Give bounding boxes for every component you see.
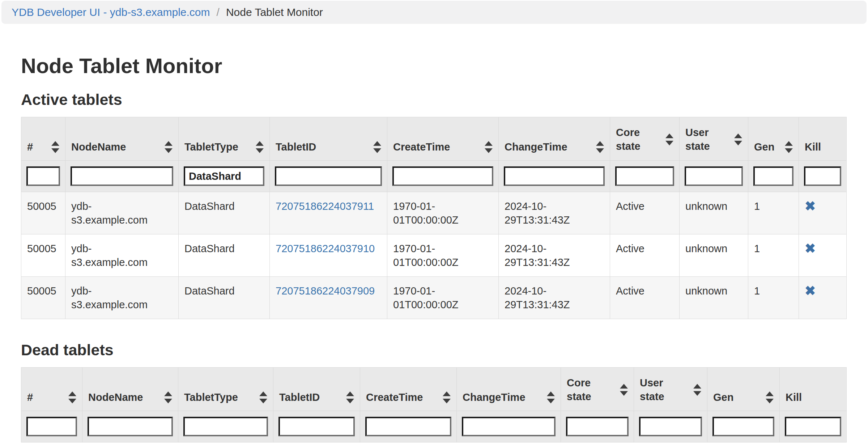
kill-icon[interactable]: ✖ [805, 199, 816, 213]
sort-icon [620, 384, 628, 396]
active-filter-tabletid-input[interactable] [275, 166, 382, 186]
col-header-corestate[interactable]: Core state [561, 368, 634, 411]
col-header-tablettype-label: TabletType [184, 141, 238, 153]
cell-corestate: Active [610, 234, 680, 277]
col-header-corestate-label: Core state [567, 376, 599, 403]
sort-icon [443, 391, 451, 403]
col-header-corestate[interactable]: Core state [610, 117, 680, 161]
active-filter-gen-input[interactable] [753, 166, 793, 186]
col-header-tablettype-label: TabletType [184, 391, 238, 403]
cell-changetime: 2024-10-29T13:31:43Z [499, 277, 610, 319]
sort-icon [596, 141, 604, 153]
cell-userstate: unknown [680, 234, 748, 277]
active-filter-createtime-input[interactable] [392, 166, 493, 186]
col-header-num[interactable]: # [21, 117, 65, 161]
col-header-kill-label: Kill [786, 391, 802, 403]
sort-icon [485, 141, 493, 153]
cell-kill: ✖ [799, 277, 847, 319]
col-header-nodename-label: NodeName [71, 141, 126, 153]
cell-nodename: ydb-s3.example.com [65, 234, 179, 277]
col-header-nodename[interactable]: NodeName [82, 368, 178, 411]
col-header-gen[interactable]: Gen [707, 368, 780, 411]
cell-corestate: Active [610, 192, 680, 234]
col-header-tabletid-label: TabletID [276, 141, 316, 153]
col-header-tablettype[interactable]: TabletType [179, 117, 270, 161]
tablet-id-link[interactable]: 72075186224037911 [276, 200, 374, 212]
col-header-createtime[interactable]: CreateTime [387, 117, 499, 161]
cell-createtime: 1970-01-01T00:00:00Z [387, 192, 499, 234]
sort-icon [693, 384, 701, 396]
col-header-kill: Kill [780, 368, 847, 411]
cell-gen: 1 [748, 277, 799, 319]
cell-num: 50005 [21, 277, 65, 319]
tablet-id-link[interactable]: 72075186224037909 [276, 285, 375, 297]
tablet-id-link[interactable]: 72075186224037910 [276, 243, 375, 254]
dead-filter-kill-input[interactable] [785, 417, 841, 436]
kill-icon[interactable]: ✖ [805, 283, 816, 298]
cell-corestate: Active [610, 277, 680, 319]
cell-nodename: ydb-s3.example.com [65, 277, 179, 319]
active-filter-kill-input[interactable] [804, 166, 841, 186]
dead-filter-num-input[interactable] [26, 417, 77, 436]
col-header-gen[interactable]: Gen [748, 117, 799, 161]
col-header-tablettype[interactable]: TabletType [178, 368, 273, 411]
col-header-userstate[interactable]: User state [634, 368, 707, 411]
cell-createtime: 1970-01-01T00:00:00Z [387, 277, 499, 319]
sort-icon [68, 391, 76, 403]
active-filter-userstate-input[interactable] [685, 166, 743, 186]
col-header-nodename[interactable]: NodeName [65, 117, 179, 161]
col-header-num-label: # [27, 391, 33, 403]
cell-changetime: 2024-10-29T13:31:43Z [499, 234, 610, 277]
cell-kill: ✖ [799, 234, 847, 277]
active-filter-corestate-input[interactable] [615, 166, 674, 186]
col-header-changetime[interactable]: ChangeTime [457, 368, 561, 411]
breadcrumb-bar: YDB Developer UI - ydb-s3.example.com / … [1, 1, 867, 24]
active-filter-tablettype-input[interactable] [184, 166, 264, 186]
col-header-tabletid[interactable]: TabletID [273, 368, 360, 411]
dead-filter-tabletid-input[interactable] [278, 417, 355, 436]
active-filter-num-input[interactable] [26, 166, 60, 186]
dead-filter-row [21, 411, 847, 442]
active-tablets-table: # NodeName TabletType TabletID CreateTim… [21, 117, 847, 319]
sort-icon [665, 134, 673, 145]
col-header-changetime-label: ChangeTime [505, 141, 567, 153]
col-header-tabletid[interactable]: TabletID [270, 117, 387, 161]
col-header-changetime-label: ChangeTime [463, 391, 526, 403]
col-header-kill: Kill [799, 117, 847, 161]
dead-filter-nodename-input[interactable] [88, 417, 173, 436]
col-header-userstate[interactable]: User state [680, 117, 748, 161]
cell-tabletid: 72075186224037909 [270, 277, 387, 319]
page-title: Node Tablet Monitor [21, 54, 847, 77]
breadcrumb-home-link[interactable]: YDB Developer UI - ydb-s3.example.com [12, 6, 210, 18]
cell-tablettype: DataShard [179, 192, 270, 234]
dead-filter-corestate-input[interactable] [566, 417, 629, 436]
col-header-changetime[interactable]: ChangeTime [499, 117, 610, 161]
col-header-createtime-label: CreateTime [366, 391, 423, 403]
active-tablets-heading: Active tablets [21, 91, 847, 108]
table-row: 50005 ydb-s3.example.com DataShard 72075… [21, 192, 847, 234]
dead-tablets-table: # NodeName TabletType TabletID CreateTim… [21, 367, 847, 442]
active-filter-nodename-input[interactable] [71, 166, 173, 186]
dead-filter-createtime-input[interactable] [365, 417, 451, 436]
col-header-createtime[interactable]: CreateTime [360, 368, 457, 411]
cell-createtime: 1970-01-01T00:00:00Z [387, 234, 499, 277]
dead-filter-changetime-input[interactable] [462, 417, 556, 436]
sort-icon [165, 141, 173, 153]
sort-icon [256, 141, 264, 153]
col-header-corestate-label: Core state [616, 126, 648, 153]
table-row: 50005 ydb-s3.example.com DataShard 72075… [21, 277, 847, 319]
sort-icon [766, 391, 774, 403]
sort-icon [259, 391, 267, 403]
cell-gen: 1 [748, 234, 799, 277]
page-content: Node Tablet Monitor Active tablets # Nod… [0, 54, 868, 442]
active-filter-changetime-input[interactable] [504, 166, 605, 186]
col-header-gen-label: Gen [713, 391, 733, 403]
sort-icon [164, 391, 172, 403]
col-header-num[interactable]: # [21, 368, 82, 411]
kill-icon[interactable]: ✖ [805, 241, 816, 256]
dead-filter-tablettype-input[interactable] [183, 417, 268, 436]
cell-gen: 1 [748, 192, 799, 234]
dead-filter-userstate-input[interactable] [639, 417, 702, 436]
sort-icon [734, 134, 742, 145]
dead-filter-gen-input[interactable] [712, 417, 774, 436]
